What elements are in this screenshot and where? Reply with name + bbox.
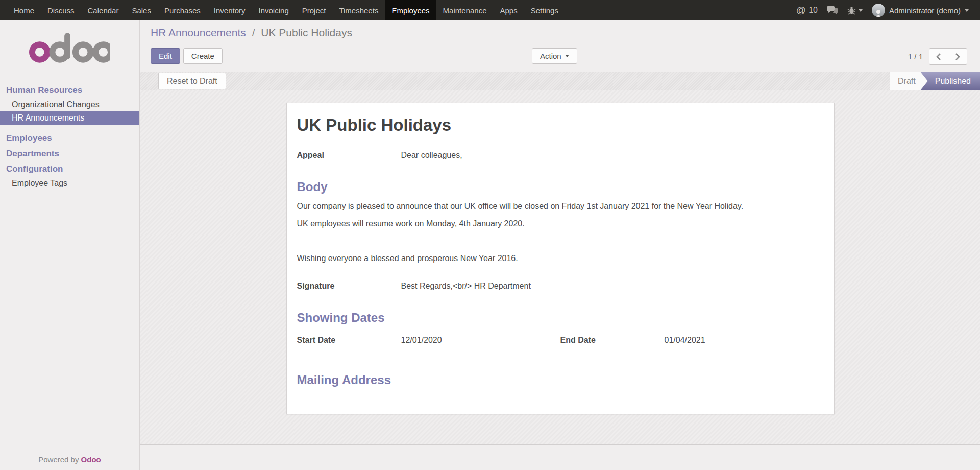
sidebar-item-employee-tags[interactable]: Employee Tags: [0, 177, 139, 190]
reset-to-draft-button[interactable]: Reset to Draft: [158, 73, 226, 89]
appeal-label: Appeal: [297, 147, 396, 168]
odoo-app: Home Discuss Calendar Sales Purchases In…: [0, 0, 980, 470]
menu-calendar[interactable]: Calendar: [81, 0, 126, 20]
edit-button[interactable]: Edit: [151, 48, 180, 64]
field-signature: Signature Best Regards,<br/> HR Departme…: [297, 278, 824, 298]
powered-by: Powered by Odoo: [0, 455, 139, 464]
button-row: Edit Create Action 1 / 1: [151, 48, 967, 65]
top-navbar: Home Discuss Calendar Sales Purchases In…: [0, 0, 980, 20]
chevron-down-icon: [565, 55, 569, 57]
chevron-left-icon: [936, 53, 941, 60]
secondary-menu: Human Resources Organizational Changes H…: [0, 83, 139, 190]
start-date-value: 12/01/2020: [396, 332, 560, 353]
mention-count: 10: [808, 6, 818, 15]
menu-apps[interactable]: Apps: [494, 0, 524, 20]
record-title: UK Public Holidays: [297, 115, 824, 135]
body-paragraph: Wishing everyone a blessed and prosperou…: [297, 253, 824, 264]
chevron-down-icon: [859, 9, 863, 12]
menu-maintenance[interactable]: Maintenance: [436, 0, 494, 20]
end-date-value: 01/04/2021: [659, 332, 824, 353]
create-button[interactable]: Create: [183, 48, 223, 64]
menu-purchases[interactable]: Purchases: [158, 0, 207, 20]
form-sheet: UK Public Holidays Appeal Dear colleague…: [286, 103, 835, 414]
pager-next-button[interactable]: [948, 48, 967, 65]
menu-timesheets[interactable]: Timesheets: [332, 0, 385, 20]
bug-icon: [847, 6, 856, 15]
breadcrumb-hr-announcements[interactable]: HR Announcements: [151, 27, 246, 38]
sidebar-item-organizational-changes[interactable]: Organizational Changes: [0, 98, 139, 111]
action-dropdown[interactable]: Action: [532, 48, 577, 64]
signature-value: Best Regards,<br/> HR Department: [396, 278, 824, 298]
end-date-label: End Date: [560, 332, 659, 353]
menu-settings[interactable]: Settings: [524, 0, 565, 20]
field-start-date: Start Date 12/01/2020: [297, 332, 560, 353]
divider: [0, 125, 139, 131]
body-paragraph: [297, 236, 824, 246]
odoo-logo[interactable]: [29, 32, 111, 65]
messages-button[interactable]: [827, 6, 838, 15]
menu-sales[interactable]: Sales: [125, 0, 158, 20]
app-sidebar: Human Resources Organizational Changes H…: [0, 20, 140, 470]
menu-project[interactable]: Project: [296, 0, 333, 20]
action-dropdown-wrap: Action: [532, 48, 577, 64]
chevron-right-icon: [955, 53, 960, 60]
user-name: Administrator (demo): [889, 6, 961, 15]
sidebar-item-human-resources[interactable]: Human Resources: [0, 83, 139, 98]
topbar-right-tools: @ 10: [796, 0, 980, 20]
sidebar-item-hr-announcements[interactable]: HR Announcements: [0, 111, 139, 125]
main-menus: Home Discuss Calendar Sales Purchases In…: [0, 0, 565, 20]
control-panel: HR Announcements / UK Public Holidays Ed…: [140, 20, 980, 72]
pager-previous-button[interactable]: [929, 48, 948, 65]
mentions-counter[interactable]: @ 10: [796, 5, 818, 16]
sidebar-item-departments[interactable]: Departments: [0, 146, 139, 161]
odoo-brand-link[interactable]: Odoo: [81, 455, 101, 464]
start-date-label: Start Date: [297, 332, 396, 353]
main-content: HR Announcements / UK Public Holidays Ed…: [140, 20, 980, 470]
statusbar: Reset to Draft Draft Published: [140, 72, 980, 90]
pager-buttons: [929, 48, 967, 65]
pager: 1 / 1: [908, 48, 967, 65]
dates-row: Start Date 12/01/2020 End Date 01/04/202…: [297, 332, 824, 353]
body-paragraph: Our company is pleased to announce that …: [297, 201, 824, 212]
status-widget: Draft Published: [890, 72, 980, 90]
menu-invoicing[interactable]: Invoicing: [252, 0, 296, 20]
menu-inventory[interactable]: Inventory: [207, 0, 252, 20]
field-end-date: End Date 01/04/2021: [560, 332, 824, 353]
breadcrumb-separator: /: [249, 27, 258, 38]
breadcrumb: HR Announcements / UK Public Holidays: [151, 27, 980, 39]
breadcrumb-current: UK Public Holidays: [261, 27, 352, 38]
mention-icon: @: [796, 5, 806, 16]
field-appeal: Appeal Dear colleagues,: [297, 147, 824, 168]
menu-employees[interactable]: Employees: [385, 0, 436, 20]
appeal-value: Dear colleagues,: [396, 147, 824, 168]
sidebar-item-employees[interactable]: Employees: [0, 131, 139, 146]
powered-by-label: Powered by: [38, 455, 79, 464]
menu-discuss[interactable]: Discuss: [41, 0, 81, 20]
status-step-draft[interactable]: Draft: [890, 72, 928, 90]
pager-value[interactable]: 1 / 1: [908, 52, 923, 61]
section-body-heading: Body: [297, 180, 824, 194]
body-paragraph: UK employees will resume work on Monday,…: [297, 219, 824, 229]
debug-menu[interactable]: [847, 6, 863, 15]
user-menu[interactable]: Administrator (demo): [872, 4, 969, 17]
body-text: Our company is pleased to announce that …: [297, 201, 824, 264]
sidebar-item-configuration[interactable]: Configuration: [0, 161, 139, 177]
signature-label: Signature: [297, 278, 396, 298]
menu-home[interactable]: Home: [7, 0, 41, 20]
status-step-published[interactable]: Published: [928, 72, 980, 90]
chat-bubbles-icon: [827, 6, 838, 15]
form-view: UK Public Holidays Appeal Dear colleague…: [140, 90, 980, 445]
avatar: [872, 4, 885, 17]
section-mailing-address-heading: Mailing Address: [297, 373, 824, 387]
chevron-down-icon: [965, 9, 969, 12]
section-showing-dates-heading: Showing Dates: [297, 311, 824, 325]
action-label: Action: [540, 52, 561, 60]
